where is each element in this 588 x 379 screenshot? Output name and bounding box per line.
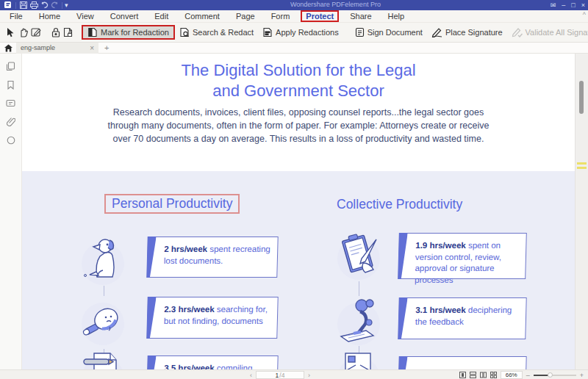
- mark-for-redaction-label: Mark for Redaction: [101, 28, 169, 37]
- pdfelement-window: ▾ Wondershare PDFelement Pro ✉ – □ × Fil…: [0, 0, 588, 379]
- apply-redactions-button[interactable]: Apply Redactions: [258, 26, 343, 39]
- view-zoom-controls: 66% – +: [459, 370, 584, 379]
- hand-tool-icon[interactable]: [18, 26, 28, 39]
- home-tab-icon[interactable]: [0, 44, 16, 52]
- stat-value: 2.3 hrs/week: [164, 305, 215, 314]
- mark-for-redaction-button[interactable]: Mark for Redaction: [82, 25, 175, 40]
- search-redact-button[interactable]: Search & Redact: [175, 26, 258, 39]
- menubar: File Home View Convert Edit Comment Page…: [0, 10, 588, 23]
- single-page-view-icon[interactable]: [459, 372, 466, 378]
- feedback-envelope-icon[interactable]: ✉: [551, 1, 556, 10]
- stat-banner: 2 hrs/week spent recreating lost documen…: [146, 237, 278, 278]
- collapse-toolbar-icon[interactable]: ^: [583, 11, 586, 18]
- menu-convert[interactable]: Convert: [102, 11, 147, 21]
- zoom-out-icon[interactable]: –: [526, 372, 530, 379]
- menu-page[interactable]: Page: [228, 11, 263, 21]
- zoom-in-icon[interactable]: +: [580, 372, 584, 379]
- stat-value: 1.9 hrs/week: [415, 241, 466, 250]
- new-tab-icon[interactable]: +: [104, 43, 109, 52]
- password-lock-icon[interactable]: [51, 26, 60, 39]
- menu-view[interactable]: View: [68, 11, 102, 21]
- comments-icon[interactable]: [5, 98, 16, 109]
- minimize-button[interactable]: –: [562, 1, 565, 10]
- apply-redactions-label: Apply Redactions: [276, 28, 339, 37]
- document-title-line1: The Digital Solution for the Legal: [22, 61, 575, 80]
- thumbnails-icon[interactable]: [5, 61, 16, 72]
- page-number-input[interactable]: 1 /4: [256, 371, 304, 379]
- menu-file[interactable]: File: [1, 11, 31, 21]
- place-signature-label: Place Signature: [445, 28, 503, 37]
- document-intro-paragraph: Research documents, invoices, client fil…: [107, 107, 490, 145]
- menu-comment[interactable]: Comment: [176, 11, 228, 21]
- select-tool-icon[interactable]: [6, 26, 15, 39]
- dog-illustration: [75, 230, 131, 286]
- paper-pencil-illustration: [75, 347, 131, 369]
- titlebar: ▾ Wondershare PDFelement Pro ✉ – □ ×: [0, 0, 588, 10]
- attachments-icon[interactable]: [5, 116, 16, 127]
- scrollbar-thumb[interactable]: [579, 81, 584, 114]
- magnifier-illustration: [75, 295, 131, 350]
- zoom-slider-handle[interactable]: [548, 372, 553, 378]
- vertical-scrollbar[interactable]: [575, 54, 588, 369]
- place-signature-button[interactable]: Place Signature: [427, 26, 507, 39]
- page-navigation: ‹ 1 /4 ›: [250, 370, 310, 379]
- current-page: 1: [276, 372, 279, 379]
- stamps-icon[interactable]: [5, 134, 16, 145]
- titlebar-divider: [62, 2, 62, 9]
- main-area: The Digital Solution for the Legal and G…: [0, 54, 588, 369]
- grid-view-icon[interactable]: [490, 372, 497, 378]
- menu-edit[interactable]: Edit: [146, 11, 176, 21]
- window-title: Wondershare PDFelement Pro: [290, 1, 381, 8]
- menu-share[interactable]: Share: [342, 11, 379, 21]
- edit-note-icon[interactable]: [31, 26, 41, 39]
- stat-banner: 2.3 hrs/week searching for, but not find…: [146, 297, 278, 339]
- sign-document-button[interactable]: Sign Document: [351, 26, 427, 39]
- menu-protect[interactable]: Protect: [301, 10, 339, 22]
- continuous-view-icon[interactable]: [470, 372, 476, 378]
- tab-label: eng-sample: [21, 44, 87, 51]
- annotation-marker: [577, 167, 587, 169]
- annotation-marker: [577, 162, 587, 165]
- menu-form[interactable]: Form: [263, 11, 298, 21]
- app-logo-icon: [4, 1, 12, 10]
- left-panel-bar: [0, 54, 22, 369]
- print-icon[interactable]: [29, 1, 38, 10]
- stat-banner: 3.1 hrs/week deciphering the feedback: [398, 297, 526, 339]
- tab-close-icon[interactable]: ×: [90, 44, 94, 52]
- tabbar: eng-sample × +: [0, 43, 588, 54]
- stat-value: 3.1 hrs/week: [415, 306, 466, 314]
- save-icon[interactable]: [19, 1, 28, 10]
- personal-productivity-heading-redaction-mark[interactable]: Personal Productivity: [104, 194, 240, 214]
- titlebar-divider: [15, 2, 16, 9]
- menu-home[interactable]: Home: [31, 11, 68, 21]
- menu-help[interactable]: Help: [380, 11, 413, 21]
- statusbar: ‹ 1 /4 › 66% –: [0, 369, 588, 379]
- toolbar: Mark for Redaction Search & Redact Apply…: [0, 23, 588, 43]
- clipboard-pen-illustration: [331, 228, 387, 284]
- envelope-illustration: [331, 347, 387, 369]
- zoom-level-input[interactable]: 66%: [501, 371, 523, 379]
- document-title-line2: and Government Sector: [22, 82, 575, 101]
- maximize-button[interactable]: □: [571, 1, 575, 10]
- stat-banner: 1.9 hrs/week spent on version control, r…: [398, 233, 527, 279]
- tab-eng-sample[interactable]: eng-sample ×: [16, 43, 98, 54]
- stat-banner: 3.5 hrs/week compiling different: [146, 355, 278, 369]
- zoom-slider[interactable]: [534, 370, 576, 379]
- toolbar-customize-caret-icon[interactable]: ▾: [65, 1, 68, 10]
- bookmarks-icon[interactable]: [5, 79, 16, 90]
- validate-all-signatures-label: Validate All Signatures: [526, 28, 588, 37]
- total-pages: /4: [279, 372, 284, 379]
- remove-security-icon[interactable]: [63, 26, 73, 39]
- stat-banner: [398, 356, 526, 369]
- collective-productivity-heading: Collective Productivity: [337, 197, 462, 212]
- close-button[interactable]: ×: [581, 1, 585, 10]
- validate-all-signatures-button[interactable]: Validate All Signatures: [507, 26, 588, 39]
- next-page-icon[interactable]: ›: [308, 372, 310, 379]
- two-page-view-icon[interactable]: [480, 372, 487, 378]
- redo-icon[interactable]: [50, 1, 59, 10]
- document-canvas[interactable]: The Digital Solution for the Legal and G…: [22, 54, 575, 369]
- previous-page-icon[interactable]: ‹: [250, 372, 252, 379]
- undo-icon[interactable]: [40, 1, 49, 10]
- stat-value: 2 hrs/week: [164, 245, 207, 253]
- search-redact-label: Search & Redact: [193, 28, 254, 37]
